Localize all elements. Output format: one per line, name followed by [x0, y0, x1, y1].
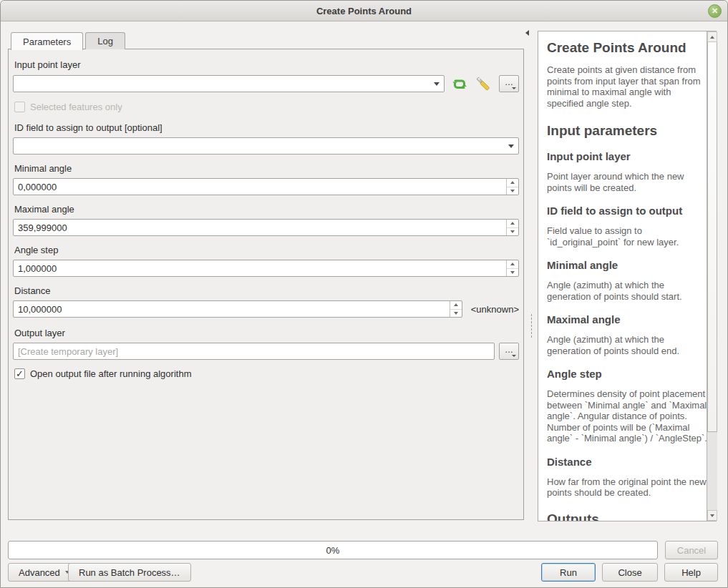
- run-as-batch-button[interactable]: Run as Batch Process…: [68, 563, 191, 582]
- input-point-layer-combobox[interactable]: [13, 75, 445, 92]
- help-section-heading: ID field to assign to output: [547, 205, 707, 217]
- tab-parameters[interactable]: Parameters: [11, 32, 83, 50]
- help-section-text: Angle (azimuth) at which the generation …: [547, 280, 707, 302]
- input-layer-browse-button[interactable]: …: [499, 75, 519, 92]
- menu-indicator-icon: [512, 87, 516, 89]
- angle-step-label: Angle step: [14, 245, 518, 255]
- close-button[interactable]: Close: [602, 563, 658, 582]
- iterate-over-layer-button[interactable]: [450, 74, 469, 93]
- splitter-handle[interactable]: [530, 313, 533, 338]
- progress-value: 0%: [326, 545, 340, 556]
- spin-buttons[interactable]: [506, 179, 518, 195]
- spin-buttons[interactable]: [450, 301, 462, 317]
- spin-up-icon[interactable]: [507, 220, 518, 228]
- spin-down-icon[interactable]: [507, 269, 518, 277]
- distance-spinbox[interactable]: [13, 300, 462, 318]
- scroll-up-icon[interactable]: [707, 31, 717, 42]
- help-section-heading: Minimal angle: [547, 259, 707, 271]
- input-point-layer-value[interactable]: [14, 76, 429, 92]
- spin-down-icon[interactable]: [450, 310, 462, 318]
- scroll-down-icon[interactable]: [707, 510, 717, 521]
- minimal-angle-input[interactable]: [14, 179, 506, 195]
- help-section-heading: Angle step: [547, 368, 707, 380]
- output-layer-label: Output layer: [14, 328, 518, 338]
- help-button[interactable]: Help: [664, 563, 718, 582]
- help-section-text: How far from the original point the new …: [547, 476, 707, 499]
- maximal-angle-spinbox[interactable]: [13, 219, 519, 236]
- help-intro: Create points at given distance from poi…: [547, 64, 707, 109]
- open-output-label: Open output file after running algorithm: [30, 368, 191, 379]
- output-layer-input[interactable]: [14, 343, 494, 359]
- chevron-down-icon[interactable]: [429, 76, 444, 92]
- distance-input[interactable]: [14, 301, 450, 317]
- distance-label: Distance: [14, 285, 518, 296]
- menu-indicator-icon: [512, 355, 516, 357]
- minimal-angle-spinbox[interactable]: [13, 178, 519, 195]
- spin-buttons[interactable]: [506, 260, 518, 276]
- maximal-angle-label: Maximal angle: [14, 204, 518, 215]
- close-icon: ✕: [712, 6, 718, 16]
- help-section-text: Point layer around which the new points …: [547, 171, 707, 193]
- spin-down-icon[interactable]: [507, 187, 518, 195]
- tab-bar: Parameters Log: [11, 32, 127, 50]
- spin-up-icon[interactable]: [450, 301, 462, 310]
- help-input-parameters-heading: Input parameters: [547, 123, 707, 139]
- output-layer-field[interactable]: [13, 343, 495, 360]
- spin-up-icon[interactable]: [507, 260, 518, 269]
- help-scrollbar[interactable]: [707, 31, 717, 521]
- help-section-text: Angle (azimuth) at which the generation …: [547, 334, 707, 356]
- scrollbar-track[interactable]: [707, 432, 717, 510]
- id-field-combobox[interactable]: [13, 137, 519, 155]
- advanced-options-button[interactable]: [475, 74, 493, 93]
- selected-features-label: Selected features only: [30, 102, 122, 112]
- help-section-heading: Maximal angle: [547, 313, 707, 325]
- close-window-button[interactable]: ✕: [708, 4, 722, 18]
- id-field-label: ID field to assign to output [optional]: [14, 122, 518, 133]
- window-title: Create Points Around: [316, 6, 412, 16]
- help-section-text: Field value to assign to `id_original_po…: [547, 225, 707, 248]
- angle-step-input[interactable]: [14, 260, 506, 276]
- collapse-help-panel-button[interactable]: [525, 29, 531, 36]
- wrench-icon: [476, 76, 492, 92]
- cancel-button[interactable]: Cancel: [665, 541, 718, 559]
- dialog-create-points-around: Create Points Around ✕ Parameters Log In…: [0, 0, 728, 588]
- selected-features-checkbox[interactable]: [14, 102, 25, 112]
- progress-bar: 0%: [8, 541, 658, 559]
- tab-log[interactable]: Log: [85, 32, 125, 49]
- spin-up-icon[interactable]: [507, 179, 518, 187]
- id-field-value[interactable]: [14, 138, 504, 154]
- titlebar[interactable]: Create Points Around ✕: [1, 1, 727, 21]
- help-section-heading: Distance: [547, 456, 707, 468]
- distance-unit-label: <unknown>: [471, 304, 519, 315]
- help-section-heading: Input point layer: [547, 150, 707, 162]
- spin-down-icon[interactable]: [507, 228, 518, 236]
- scrollbar-thumb[interactable]: [707, 42, 717, 432]
- help-panel: Create Points Around Create points at gi…: [538, 31, 717, 521]
- maximal-angle-input[interactable]: [14, 220, 506, 235]
- iterate-icon: [451, 75, 468, 92]
- parameters-panel: Input point layer: [8, 49, 524, 520]
- input-point-layer-label: Input point layer: [14, 59, 518, 70]
- angle-step-spinbox[interactable]: [13, 260, 519, 277]
- check-icon: ✓: [16, 368, 24, 379]
- minimal-angle-label: Minimal angle: [14, 163, 518, 174]
- help-outputs-heading: Outputs: [547, 511, 707, 522]
- run-button[interactable]: Run: [541, 563, 596, 582]
- help-title: Create Points Around: [547, 40, 707, 56]
- open-output-checkbox[interactable]: ✓: [14, 368, 25, 379]
- chevron-left-icon: [525, 30, 529, 36]
- help-section-text: Determines density of point placement be…: [547, 388, 707, 444]
- chevron-down-icon[interactable]: [504, 138, 518, 154]
- spin-buttons[interactable]: [506, 220, 518, 235]
- output-layer-browse-button[interactable]: …: [499, 343, 519, 360]
